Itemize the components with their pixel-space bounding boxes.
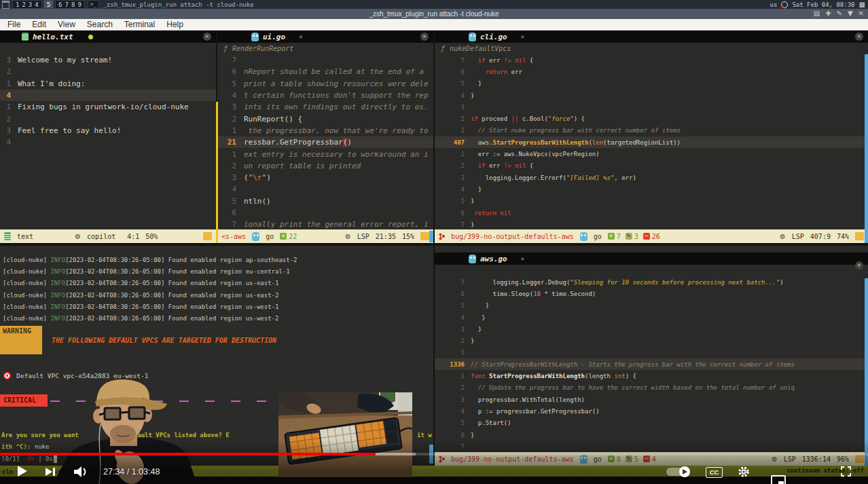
scrollbar[interactable] (865, 278, 868, 466)
code-line: 1func StartProgressBarWithLength(length … (435, 370, 868, 381)
subtitles-button[interactable]: CC (706, 467, 723, 478)
line-number: 7 (217, 220, 244, 229)
layout-icon (2, 1, 10, 9)
diff-add-badge: +7 (608, 233, 621, 240)
code-line: 1 (435, 347, 868, 358)
code-line: 7ionally print the general error report,… (217, 219, 433, 230)
code-line: 3Welcome to my stream! (0, 54, 216, 66)
record-icon[interactable] (781, 1, 788, 8)
code-line: 3ints its own findings out directly to o… (217, 101, 433, 113)
scrollbar[interactable] (865, 54, 868, 243)
code-line: 5ntln() (217, 196, 433, 207)
text-file-icon (4, 232, 11, 240)
code-line: 407 aws.StartProgressBarWithLength(len(t… (435, 136, 868, 148)
tab-label: hello.txt (33, 33, 73, 41)
tile-icon[interactable]: ▤ (814, 10, 820, 17)
workspace-3[interactable]: 3 (29, 1, 32, 8)
line-number: 4 (435, 186, 471, 193)
menu-file[interactable]: File (7, 20, 20, 29)
line-number: 2 (217, 115, 244, 124)
code-line: 6} (435, 429, 868, 441)
tab-close-icon[interactable]: ✕ (299, 33, 302, 40)
code-line: 2 if err != nil { (435, 160, 868, 172)
code-line: 5 } (435, 78, 868, 90)
move-icon[interactable]: ✚ (825, 10, 831, 17)
line-number: 5 (435, 420, 471, 426)
taskbar: 123456789 >_ _zsh_tmux_plugin_run attach… (0, 0, 868, 9)
code-line: 7 (435, 441, 868, 452)
line-number: 7 (435, 57, 471, 64)
log-line: [cloud-nuke] INFO[2023-02-04T08:30:26-05… (3, 265, 297, 277)
go-gopher-icon (469, 33, 476, 41)
edit-icon[interactable]: ✎ (837, 10, 842, 17)
miniplayer-button[interactable] (771, 475, 786, 484)
code-line: 4 (0, 136, 216, 148)
code-line: 5} (435, 196, 868, 207)
code-line: 6 return nil (435, 207, 868, 219)
menu-terminal[interactable]: Terminal (124, 20, 155, 29)
workspace-2[interactable]: 2 (22, 1, 25, 8)
code-line: 4 } (435, 312, 868, 323)
go-gopher-icon (580, 232, 587, 241)
line-number: 6 (435, 210, 471, 217)
fullscreen-button[interactable] (840, 466, 852, 477)
grid-icon[interactable]: ▦ (859, 1, 865, 8)
taskbar-window-title[interactable]: _zsh_tmux_plugin_run attach -t cloud-nuk… (103, 1, 253, 8)
tab-cli-go[interactable]: cli.go ✕ (435, 33, 524, 41)
breadcrumb-function: RenderRunReport (232, 45, 293, 52)
tab-hello-txt[interactable]: hello.txt (0, 33, 93, 41)
menu-search[interactable]: Search (87, 20, 113, 29)
workspace-1[interactable]: 1 (16, 1, 19, 8)
line-number: 7 (435, 221, 471, 228)
line-number: 3 (0, 56, 18, 64)
line-number: 5 (217, 79, 244, 88)
workspace-8[interactable]: 8 (71, 1, 75, 8)
log-line: [cloud-nuke] INFO[2023-02-04T08:30:26-05… (3, 289, 297, 301)
menu-edit[interactable]: Edit (32, 20, 46, 29)
line-number: 3 (217, 103, 244, 111)
scroll-percent: 50% (145, 233, 158, 240)
workspace-5[interactable]: 5 (47, 1, 50, 8)
tab-ui-go[interactable]: ui.go ✕ (217, 33, 303, 41)
code-line: 3 (435, 101, 868, 113)
git-branch-icon (439, 233, 445, 240)
tab-aws-go[interactable]: aws.go ✕ (435, 255, 524, 263)
pane-close-icon[interactable]: ✕ (855, 33, 863, 41)
code-line: 2un report table is printed (217, 160, 433, 172)
player-controls: 27:34 / 1:03:48 CC (0, 460, 868, 484)
workspace-9[interactable]: 9 (77, 1, 81, 8)
settings-gear-icon[interactable] (738, 466, 750, 478)
log-line: [cloud-nuke] INFO[2023-02-04T08:30:26-05… (3, 254, 297, 265)
next-button[interactable] (45, 466, 56, 477)
menu-view[interactable]: View (58, 20, 75, 29)
workspace-group: 1234 (12, 0, 42, 9)
pane-close-icon[interactable]: ✕ (420, 33, 429, 41)
go-gopher-icon (252, 232, 259, 241)
tab-close-icon[interactable]: ✕ (521, 255, 524, 262)
code-line: 4t certain functions don't support the r… (217, 90, 433, 101)
pane-close-icon[interactable]: ✕ (203, 33, 211, 41)
volume-button[interactable] (73, 466, 90, 477)
workspace-7[interactable]: 7 (65, 1, 69, 8)
pane-accent-strip (216, 102, 218, 243)
pane-close-icon[interactable]: ✕ (855, 261, 863, 269)
workspace-6[interactable]: 6 (58, 1, 62, 8)
code-line: 6 (217, 207, 433, 219)
code-line: 4 } (435, 183, 868, 195)
close-icon[interactable]: ✕ (858, 10, 864, 17)
tabbar: ui.go ✕ ✕ (217, 31, 433, 43)
autoplay-toggle[interactable] (666, 468, 689, 476)
tab-close-icon[interactable]: ✕ (521, 33, 524, 40)
tray-icon[interactable]: ▼ (848, 10, 853, 17)
line-number: 1 (435, 349, 471, 356)
log-line: [cloud-nuke] INFO[2023-02-04T08:30:26-05… (3, 301, 297, 312)
function-icon: ƒ (223, 45, 228, 52)
keyboard-layout-indicator[interactable]: us (770, 1, 778, 8)
play-button[interactable] (16, 464, 29, 478)
line-number: 6 (217, 208, 244, 217)
line-number: 3 (435, 326, 471, 333)
lsp-label: LSP (357, 233, 369, 240)
menu-help[interactable]: Help (166, 20, 183, 29)
scrollbar-thumb[interactable] (429, 231, 433, 242)
workspace-4[interactable]: 4 (35, 1, 38, 8)
